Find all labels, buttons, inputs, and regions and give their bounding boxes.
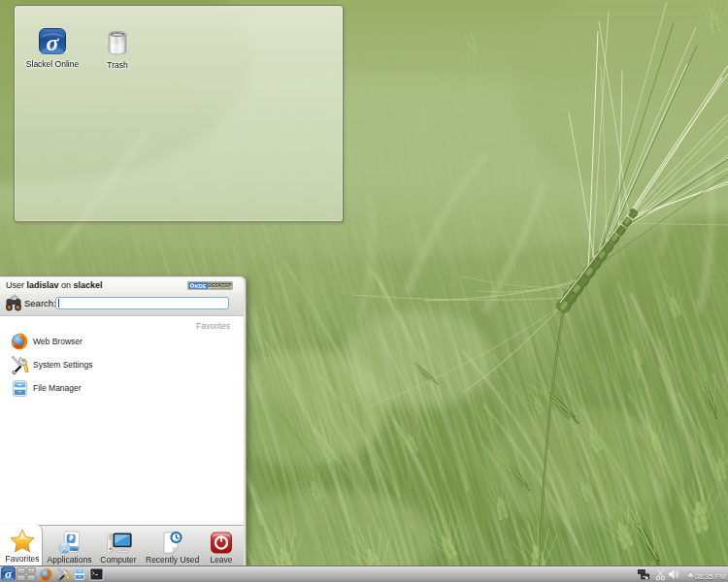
svg-text:σ: σ xyxy=(5,567,13,581)
svg-text:DESKTOP: DESKTOP xyxy=(209,283,232,288)
svg-text:KDE: KDE xyxy=(194,283,206,289)
svg-text:σ: σ xyxy=(47,30,60,55)
